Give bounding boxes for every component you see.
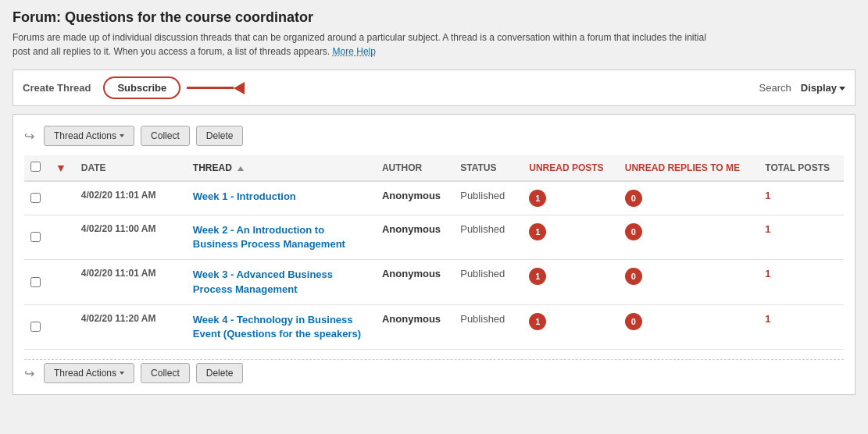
row-unread-1: 1 bbox=[523, 215, 619, 260]
row-total-0: 1 bbox=[759, 181, 844, 215]
priority-header: ▼ bbox=[49, 155, 75, 181]
expand-icon-bottom: ↪ bbox=[24, 366, 34, 381]
table-header-row: ▼ DATE THREAD AUTHOR STATUS UNREAD POSTS… bbox=[24, 155, 844, 181]
row-checkbox-cell bbox=[24, 260, 49, 304]
chevron-down-icon-bottom bbox=[120, 372, 124, 375]
unread-badge-2: 1 bbox=[529, 268, 546, 285]
more-help-link[interactable]: More Help bbox=[333, 46, 376, 57]
display-button[interactable]: Display bbox=[801, 82, 845, 94]
chevron-down-icon bbox=[120, 134, 124, 137]
chevron-down-icon bbox=[839, 87, 845, 91]
row-thread-3: Week 4 - Technology in Business Event (Q… bbox=[187, 304, 376, 349]
table-row: 4/02/20 11:01 AM Week 3 - Advanced Busin… bbox=[24, 260, 844, 304]
collect-button-top[interactable]: Collect bbox=[141, 126, 190, 146]
toolbar-left: Create Thread Subscribe bbox=[23, 76, 759, 99]
create-thread-button[interactable]: Create Thread bbox=[23, 82, 91, 94]
row-author-0: Anonymous bbox=[376, 181, 454, 215]
subscribe-button[interactable]: Subscribe bbox=[103, 76, 180, 99]
row-status-2: Published bbox=[454, 260, 523, 304]
row-status-0: Published bbox=[454, 181, 523, 215]
row-priority-cell-2 bbox=[49, 260, 75, 304]
row-status-1: Published bbox=[454, 215, 523, 260]
row-unread-replies-2: 0 bbox=[619, 260, 759, 304]
table-body: 4/02/20 11:01 AM Week 1 - Introduction A… bbox=[24, 181, 844, 350]
forum-description: Forums are made up of individual discuss… bbox=[13, 30, 716, 59]
table-row: 4/02/20 11:20 AM Week 4 - Technology in … bbox=[24, 304, 844, 349]
row-thread-1: Week 2 - An Introduction to Business Pro… bbox=[187, 215, 376, 260]
row-author-1: Anonymous bbox=[376, 215, 454, 260]
delete-button-top[interactable]: Delete bbox=[196, 126, 244, 146]
unread-badge-3: 1 bbox=[529, 313, 546, 330]
row-unread-2: 1 bbox=[523, 260, 619, 304]
row-author-2: Anonymous bbox=[376, 260, 454, 304]
page-wrapper: Forum: Questions for the course coordina… bbox=[0, 0, 868, 434]
row-priority-cell-3 bbox=[49, 304, 75, 349]
delete-button-bottom[interactable]: Delete bbox=[196, 363, 244, 383]
thread-link-1[interactable]: Week 2 - An Introduction to Business Pro… bbox=[193, 224, 345, 250]
row-thread-2: Week 3 - Advanced Business Process Manag… bbox=[187, 260, 376, 304]
row-date-2: 4/02/20 11:01 AM bbox=[75, 260, 187, 304]
status-column-header: STATUS bbox=[454, 155, 523, 181]
row-total-2: 1 bbox=[759, 260, 844, 304]
forum-header: Forum: Questions for the course coordina… bbox=[13, 9, 855, 59]
toolbar-right: Search Display bbox=[759, 82, 845, 94]
row-unread-replies-3: 0 bbox=[619, 304, 759, 349]
thread-link-3[interactable]: Week 4 - Technology in Business Event (Q… bbox=[193, 314, 361, 340]
bottom-actions-bar: ↪ Thread Actions Collect Delete bbox=[24, 359, 844, 383]
row-unread-replies-1: 0 bbox=[619, 215, 759, 260]
select-all-header bbox=[24, 155, 49, 181]
row-priority-cell-0 bbox=[49, 181, 75, 215]
search-button[interactable]: Search bbox=[759, 82, 791, 94]
toolbar: Create Thread Subscribe Search Display bbox=[13, 69, 855, 106]
unread-posts-column-header: UNREAD POSTS bbox=[523, 155, 619, 181]
row-checkbox-cell bbox=[24, 304, 49, 349]
row-date-1: 4/02/20 11:00 AM bbox=[75, 215, 187, 260]
thread-actions-button-bottom[interactable]: Thread Actions bbox=[44, 363, 134, 383]
sort-asc-icon bbox=[238, 166, 244, 171]
select-all-checkbox[interactable] bbox=[30, 162, 41, 172]
row-checkbox-cell bbox=[24, 215, 49, 260]
row-checkbox-0[interactable] bbox=[30, 193, 41, 203]
row-priority-cell-1 bbox=[49, 215, 75, 260]
row-total-3: 1 bbox=[759, 304, 844, 349]
row-unread-3: 1 bbox=[523, 304, 619, 349]
row-checkbox-cell bbox=[24, 181, 49, 215]
unread-replies-badge-1: 0 bbox=[625, 223, 642, 240]
row-total-1: 1 bbox=[759, 215, 844, 260]
top-actions-bar: ↪ Thread Actions Collect Delete bbox=[24, 126, 844, 146]
thread-link-2[interactable]: Week 3 - Advanced Business Process Manag… bbox=[193, 269, 333, 294]
row-unread-0: 1 bbox=[523, 181, 619, 215]
row-unread-replies-0: 0 bbox=[619, 181, 759, 215]
arrow-indicator bbox=[187, 82, 245, 94]
unread-replies-column-header: UNREAD REPLIES TO ME bbox=[619, 155, 759, 181]
unread-replies-badge-3: 0 bbox=[625, 313, 642, 330]
row-status-3: Published bbox=[454, 304, 523, 349]
row-date-3: 4/02/20 11:20 AM bbox=[75, 304, 187, 349]
table-row: 4/02/20 11:00 AM Week 2 - An Introductio… bbox=[24, 215, 844, 260]
row-checkbox-1[interactable] bbox=[30, 232, 41, 242]
table-row: 4/02/20 11:01 AM Week 1 - Introduction A… bbox=[24, 181, 844, 215]
row-date-0: 4/02/20 11:01 AM bbox=[75, 181, 187, 215]
collect-button-bottom[interactable]: Collect bbox=[141, 363, 190, 383]
date-column-header: DATE bbox=[75, 155, 187, 181]
unread-badge-1: 1 bbox=[529, 223, 546, 240]
expand-icon: ↪ bbox=[24, 129, 34, 144]
thread-link-0[interactable]: Week 1 - Introduction bbox=[193, 190, 296, 202]
unread-badge-0: 1 bbox=[529, 190, 546, 207]
arrow-head bbox=[234, 82, 245, 94]
row-author-3: Anonymous bbox=[376, 304, 454, 349]
priority-icon: ▼ bbox=[55, 162, 66, 174]
total-posts-column-header: TOTAL POSTS bbox=[759, 155, 844, 181]
author-column-header: AUTHOR bbox=[376, 155, 454, 181]
row-thread-0: Week 1 - Introduction bbox=[187, 181, 376, 215]
page-title: Forum: Questions for the course coordina… bbox=[13, 9, 855, 26]
arrow-line bbox=[187, 87, 234, 89]
unread-replies-badge-0: 0 bbox=[625, 190, 642, 207]
thread-column-header: THREAD bbox=[187, 155, 376, 181]
main-content: ↪ Thread Actions Collect Delete ▼ DATE bbox=[13, 114, 855, 395]
row-checkbox-2[interactable] bbox=[30, 277, 41, 287]
subscribe-group: Subscribe bbox=[103, 76, 245, 99]
row-checkbox-3[interactable] bbox=[30, 322, 41, 332]
unread-replies-badge-2: 0 bbox=[625, 268, 642, 285]
thread-actions-button[interactable]: Thread Actions bbox=[44, 126, 134, 146]
